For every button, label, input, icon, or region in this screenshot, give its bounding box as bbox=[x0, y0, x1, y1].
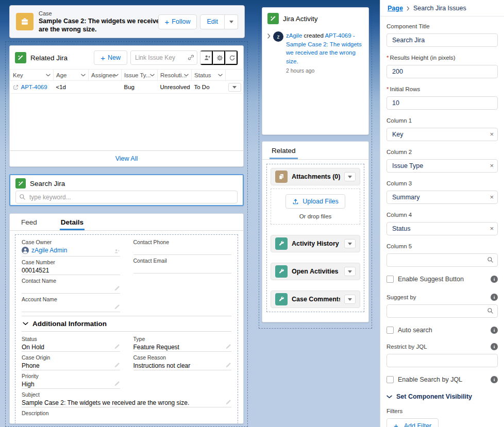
clear-icon[interactable]: × bbox=[490, 130, 494, 139]
section-additional-information[interactable]: Additional Information bbox=[22, 316, 231, 332]
card-dropdown-button[interactable] bbox=[344, 267, 356, 276]
additional-info-grid: Status On Hold Type Feature Request Case… bbox=[22, 336, 231, 391]
file-drop-zone[interactable]: Upload Files Or drop files bbox=[271, 189, 360, 225]
suggest-by-input[interactable] bbox=[387, 304, 498, 318]
refresh-button[interactable] bbox=[225, 50, 238, 65]
results-height-field: *Results Height (in pixels) bbox=[387, 54, 498, 78]
case-actions-dropdown-button[interactable] bbox=[225, 14, 238, 29]
plus-icon: + bbox=[394, 422, 398, 427]
activity-history-card[interactable]: Activity History (0) bbox=[271, 235, 360, 252]
card-dropdown-button[interactable] bbox=[344, 295, 356, 304]
column-1-input[interactable] bbox=[387, 128, 498, 141]
edit-pencil-icon[interactable] bbox=[114, 381, 120, 387]
search-icon bbox=[487, 257, 494, 263]
activity-timestamp: 2 hours ago bbox=[286, 67, 363, 74]
activity-user-link[interactable]: zAgile bbox=[286, 32, 302, 39]
edit-pencil-icon[interactable] bbox=[114, 285, 120, 292]
upload-icon bbox=[292, 198, 299, 205]
initial-rows-field: *Initial Rows bbox=[387, 86, 498, 110]
info-icon[interactable]: i bbox=[491, 327, 498, 334]
info-icon[interactable]: i bbox=[491, 343, 498, 350]
upload-files-button[interactable]: Upload Files bbox=[285, 194, 345, 209]
assign-user-button[interactable] bbox=[200, 50, 213, 65]
gear-icon bbox=[216, 55, 223, 61]
chevron-down-icon bbox=[387, 395, 392, 399]
info-icon[interactable]: i bbox=[491, 294, 498, 301]
field-priority: Priority High bbox=[22, 373, 120, 389]
component-title-input[interactable] bbox=[387, 33, 498, 47]
clear-icon[interactable]: × bbox=[490, 193, 494, 201]
settings-button[interactable] bbox=[213, 50, 225, 65]
refresh-icon bbox=[229, 55, 236, 61]
field-type: Type Feature Request bbox=[133, 336, 232, 352]
open-activities-card[interactable]: Open Activities (0) bbox=[271, 263, 360, 280]
jira-brand-icon bbox=[267, 13, 279, 24]
clear-icon[interactable]: × bbox=[490, 225, 494, 233]
column-header-issue-type[interactable]: Issue Ty... bbox=[122, 70, 158, 81]
component-title-field: Component Title bbox=[387, 23, 498, 47]
follow-button[interactable]: +Follow bbox=[158, 14, 197, 29]
column-header-assignee[interactable]: Assignee bbox=[89, 70, 122, 81]
view-all-bar: View All bbox=[10, 150, 243, 166]
set-component-visibility[interactable]: Set Component Visibility bbox=[387, 392, 498, 401]
case-title: Sample Case 2: The widgets we received a… bbox=[39, 17, 167, 33]
field-description: Description bbox=[22, 410, 231, 424]
column-header-status[interactable]: Status bbox=[192, 70, 226, 81]
card-dropdown-button[interactable] bbox=[344, 172, 356, 181]
issue-key-link[interactable]: APT-4069 bbox=[21, 84, 47, 90]
expand-chevron-icon[interactable] bbox=[267, 33, 271, 74]
column-header-age[interactable]: Age bbox=[54, 70, 89, 81]
case-comments-card[interactable]: Case Comments (0) bbox=[271, 291, 360, 308]
chevron-down-icon bbox=[81, 74, 86, 77]
edit-pencil-icon[interactable] bbox=[114, 304, 120, 310]
plus-icon: + bbox=[100, 54, 105, 62]
plus-icon: + bbox=[165, 18, 170, 26]
column-3-input[interactable] bbox=[387, 191, 498, 204]
info-icon[interactable]: i bbox=[491, 376, 498, 383]
record-detail-panel: Feed Details Case Owner zAgile Admin Cas… bbox=[9, 213, 244, 424]
column-5-input[interactable] bbox=[387, 253, 498, 267]
edit-button[interactable]: Edit bbox=[200, 14, 225, 29]
info-icon[interactable]: i bbox=[491, 276, 498, 283]
restrict-jql-field: Restrict by JQL i bbox=[387, 343, 498, 367]
search-jira-panel[interactable]: Search Jira bbox=[9, 174, 244, 206]
edit-pencil-icon[interactable] bbox=[225, 362, 231, 368]
field-account-name: Account Name bbox=[22, 296, 120, 312]
card-dropdown-button[interactable] bbox=[344, 239, 356, 248]
column-header-key[interactable]: Key bbox=[10, 70, 54, 81]
column-4-field: Column 4 × bbox=[387, 211, 498, 235]
results-height-input[interactable] bbox=[387, 65, 498, 78]
edit-pencil-icon[interactable] bbox=[225, 423, 231, 424]
add-filter-button[interactable]: + Add Filter bbox=[387, 418, 439, 427]
tab-feed[interactable]: Feed bbox=[20, 214, 38, 230]
keyword-search-input[interactable] bbox=[15, 191, 238, 203]
auto-search-checkbox[interactable] bbox=[387, 327, 394, 334]
tab-details[interactable]: Details bbox=[60, 214, 85, 230]
column-2-input[interactable] bbox=[387, 159, 498, 173]
keyword-search-wrap bbox=[15, 191, 238, 203]
edit-pencil-icon[interactable] bbox=[114, 344, 120, 350]
required-asterisk: * bbox=[387, 55, 389, 61]
initial-rows-input[interactable] bbox=[387, 96, 498, 110]
breadcrumb-page-link[interactable]: Page bbox=[388, 5, 403, 12]
column-4-input[interactable] bbox=[387, 222, 498, 235]
restrict-jql-input[interactable] bbox=[387, 354, 498, 367]
edit-pencil-icon[interactable] bbox=[114, 362, 120, 368]
edit-pencil-icon[interactable] bbox=[225, 399, 231, 405]
chevron-right-icon bbox=[407, 6, 410, 11]
change-owner-icon[interactable] bbox=[114, 248, 120, 254]
enable-jql-checkbox[interactable] bbox=[387, 376, 394, 383]
column-header-resolution[interactable]: Resoluti... bbox=[158, 70, 192, 81]
row-actions-button[interactable] bbox=[228, 83, 241, 92]
toolbar-icon-group bbox=[200, 50, 238, 65]
clear-icon[interactable]: × bbox=[490, 162, 494, 170]
view-all-link[interactable]: View All bbox=[115, 155, 138, 162]
case-actions: +Follow Edit bbox=[158, 14, 238, 29]
enable-suggest-checkbox[interactable] bbox=[387, 276, 394, 283]
attachments-card[interactable]: Attachments (0) bbox=[271, 168, 360, 185]
new-issue-button[interactable]: +New bbox=[94, 50, 127, 65]
case-owner-link[interactable]: zAgile Admin bbox=[31, 246, 67, 254]
edit-pencil-icon[interactable] bbox=[225, 344, 231, 350]
tab-related[interactable]: Related bbox=[270, 147, 298, 159]
column-5-field: Column 5 bbox=[387, 243, 498, 267]
